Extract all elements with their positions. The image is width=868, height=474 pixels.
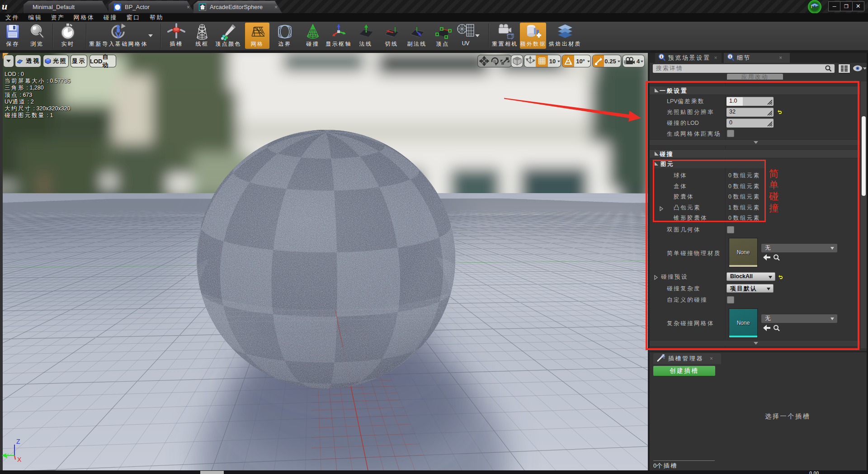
svg-text:X: X: [17, 456, 22, 463]
svg-text:Z: Z: [16, 438, 20, 445]
svg-text:Y: Y: [5, 452, 9, 460]
